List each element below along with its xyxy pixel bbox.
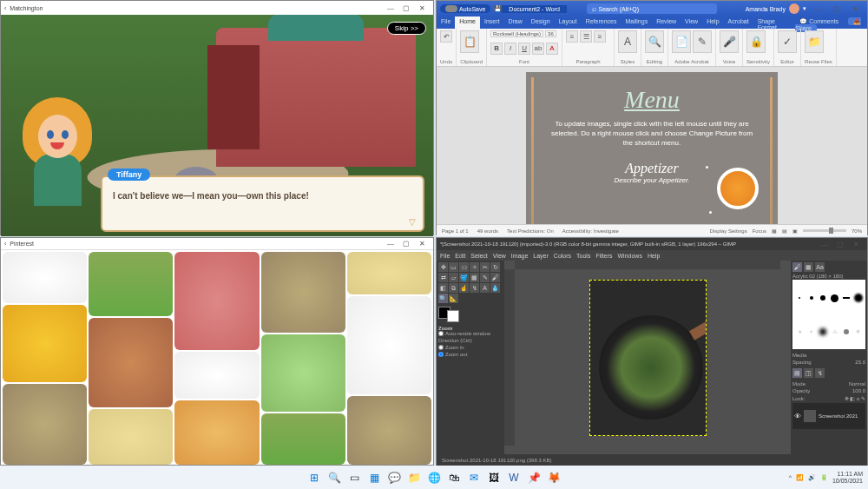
dictate-icon[interactable]: 🎤 bbox=[720, 30, 739, 53]
close-button[interactable]: ✕ bbox=[848, 239, 864, 249]
tab-help[interactable]: Help bbox=[702, 17, 723, 29]
pinterest-icon[interactable]: 📌 bbox=[525, 469, 542, 486]
close-button[interactable]: ✕ bbox=[414, 3, 430, 13]
tab-shape-format[interactable]: Shape Format bbox=[753, 17, 792, 29]
bold-icon[interactable]: B bbox=[490, 43, 503, 55]
zoom-slider[interactable] bbox=[803, 229, 846, 232]
bullets-icon[interactable]: ≡ bbox=[566, 30, 578, 43]
canvas-area[interactable] bbox=[504, 261, 791, 454]
eraser-tool[interactable]: ◧ bbox=[438, 283, 448, 293]
menu-layer[interactable]: Layer bbox=[533, 253, 549, 259]
search-icon[interactable]: 🔍 bbox=[326, 469, 343, 486]
menu-view[interactable]: View bbox=[493, 253, 506, 259]
brush-item[interactable] bbox=[841, 316, 852, 348]
minimize-button[interactable]: ― bbox=[383, 3, 398, 13]
flip-tool[interactable]: ⇄ bbox=[438, 273, 448, 282]
pin-image[interactable] bbox=[347, 252, 431, 294]
autosave-toggle[interactable]: AutoSave bbox=[440, 4, 490, 13]
pin-image[interactable] bbox=[347, 296, 431, 394]
pin-image[interactable] bbox=[3, 252, 87, 303]
auto-resize-check[interactable] bbox=[438, 331, 444, 336]
brush-item[interactable] bbox=[841, 281, 852, 315]
tab-mailings[interactable]: Mailings bbox=[621, 17, 652, 29]
word-icon[interactable]: W bbox=[505, 469, 523, 486]
strike-icon[interactable]: ab bbox=[532, 43, 544, 55]
brush-item[interactable] bbox=[830, 281, 841, 315]
zoom-tool[interactable]: 🔍 bbox=[438, 294, 448, 303]
tab-layout[interactable]: Layout bbox=[555, 17, 582, 29]
pin-image[interactable] bbox=[347, 396, 431, 465]
path-tool[interactable]: ↯ bbox=[470, 283, 479, 293]
brush-item[interactable] bbox=[818, 281, 829, 315]
ribbon-mode-icon[interactable]: ▾ bbox=[803, 5, 806, 12]
font-size[interactable]: 36 bbox=[545, 30, 556, 37]
gimp-icon[interactable]: 🦊 bbox=[545, 469, 562, 486]
adobe-sign-icon[interactable]: ✎ bbox=[693, 30, 712, 53]
editing-icon[interactable]: 🔍 bbox=[645, 30, 664, 53]
document-canvas[interactable]: Menu To update images, single click with… bbox=[437, 67, 867, 224]
smudge-tool[interactable]: ☝ bbox=[459, 283, 469, 293]
font-color-icon[interactable]: A bbox=[546, 43, 558, 55]
menu-colors[interactable]: Colors bbox=[554, 253, 571, 259]
patterns-tab[interactable]: ▦ bbox=[804, 262, 813, 272]
paste-icon[interactable]: 📋 bbox=[460, 30, 479, 53]
maximize-button[interactable]: ▢ bbox=[829, 3, 845, 14]
italic-icon[interactable]: I bbox=[504, 43, 516, 55]
widgets-icon[interactable]: ▦ bbox=[365, 469, 383, 486]
clone-tool[interactable]: ⧉ bbox=[449, 283, 458, 293]
chat-icon[interactable]: 💬 bbox=[385, 469, 403, 486]
minimize-button[interactable]: ― bbox=[810, 3, 825, 14]
view-read-icon[interactable]: ▦ bbox=[772, 228, 777, 234]
tab-design[interactable]: Design bbox=[527, 17, 555, 29]
perspective-tool[interactable]: ▱ bbox=[449, 273, 458, 282]
back-icon[interactable]: ‹ bbox=[4, 241, 6, 247]
menu-file[interactable]: File bbox=[440, 253, 450, 259]
wifi-icon[interactable]: 📶 bbox=[796, 474, 804, 481]
channels-tab[interactable]: ◫ bbox=[804, 368, 813, 378]
store-icon[interactable]: 🛍 bbox=[445, 469, 463, 486]
free-select-tool[interactable]: ⬭ bbox=[459, 262, 469, 272]
brush-item[interactable]: ⁂ bbox=[830, 316, 841, 348]
undo-icon[interactable]: ↶ bbox=[440, 30, 452, 43]
paths-tab[interactable]: ↯ bbox=[815, 368, 825, 378]
underline-icon[interactable]: U bbox=[518, 43, 530, 55]
menu-image[interactable]: Image bbox=[511, 253, 528, 259]
text-tool[interactable]: A bbox=[480, 283, 490, 293]
crop-tool[interactable]: ✂ bbox=[480, 262, 490, 272]
pin-image[interactable] bbox=[174, 252, 259, 350]
user-avatar[interactable] bbox=[789, 3, 799, 14]
pencil-tool[interactable]: ✎ bbox=[480, 273, 490, 282]
menu-help[interactable]: Help bbox=[648, 253, 660, 259]
tray-chevron-icon[interactable]: ^ bbox=[789, 474, 792, 480]
fuzzy-select-tool[interactable]: ✧ bbox=[470, 262, 479, 272]
next-arrow-icon[interactable]: ▽ bbox=[409, 217, 416, 227]
tab-file[interactable]: File bbox=[437, 17, 455, 29]
pin-image[interactable] bbox=[261, 413, 345, 465]
rotate-tool[interactable]: ↻ bbox=[490, 262, 500, 272]
minimize-button[interactable]: ― bbox=[383, 239, 398, 249]
pin-image[interactable] bbox=[261, 334, 345, 412]
measure-tool[interactable]: 📐 bbox=[449, 294, 458, 303]
save-icon[interactable]: 💾 bbox=[494, 5, 502, 12]
tab-view[interactable]: View bbox=[681, 17, 702, 29]
bucket-tool[interactable]: 🪣 bbox=[459, 273, 469, 282]
accessibility[interactable]: Accessibility: Investigate bbox=[562, 228, 619, 234]
skip-button[interactable]: Skip >> bbox=[387, 22, 426, 35]
font-name[interactable]: Rockwell (Headings) bbox=[490, 30, 543, 37]
appetizer-image[interactable] bbox=[717, 168, 759, 209]
pin-grid[interactable] bbox=[1, 250, 433, 466]
photos-icon[interactable]: 🖼 bbox=[485, 469, 503, 486]
tab-references[interactable]: References bbox=[582, 17, 621, 29]
bg-color[interactable] bbox=[447, 310, 459, 322]
adobe-create-icon[interactable]: 📄 bbox=[672, 30, 691, 53]
menu-edit[interactable]: Edit bbox=[455, 253, 465, 259]
layers-tab[interactable]: ▤ bbox=[792, 368, 802, 378]
tab-insert[interactable]: Insert bbox=[480, 17, 504, 29]
pin-image[interactable] bbox=[89, 252, 173, 316]
canvas-image[interactable] bbox=[589, 280, 707, 436]
document-name[interactable]: Document2 - Word bbox=[502, 5, 567, 13]
menu-windows[interactable]: Windows bbox=[617, 253, 641, 259]
edge-icon[interactable]: 🌐 bbox=[425, 469, 443, 486]
brushes-tab[interactable]: 🖌 bbox=[792, 262, 802, 272]
brush-item[interactable]: ✦ bbox=[806, 316, 818, 348]
